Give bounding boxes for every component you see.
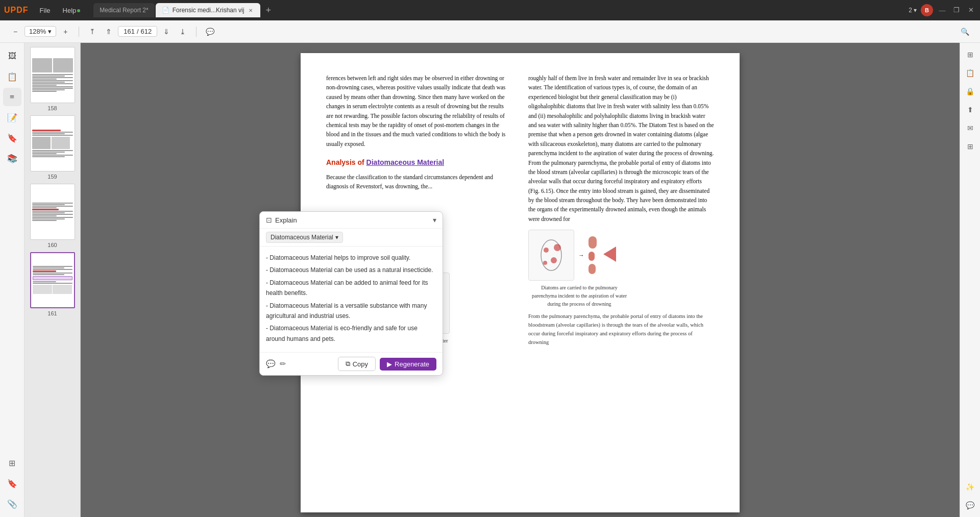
thumbnail-161-image	[30, 252, 75, 308]
thumbnail-161[interactable]: 161	[30, 252, 75, 316]
tab-medical-report-label: Medical Report 2*	[100, 7, 148, 14]
toolbar: − 128% ▾ + ⤒ ⇑ 161 / 612 ⇓ ⤓ 💬 🔍	[0, 20, 980, 43]
bullet-1: - Diatomaceous Material helps to improve…	[266, 253, 436, 263]
left-sidebar: 🖼 📋 ≡ 📝 🔖 📚 ⊞ 🔖 📎	[0, 43, 24, 517]
tab-forensic-label: Forensic medi...Krishan vij	[173, 7, 244, 14]
right-sidebar-icon-2[interactable]: 📋	[963, 65, 978, 81]
section-heading-highlight: Diatomaceous Material	[366, 158, 445, 166]
window-controls: 2 ▾ B — ❐ ✕	[909, 4, 976, 16]
search-button[interactable]: 🔍	[958, 24, 972, 39]
figure-right: → Diatoms are carried to the pulmonary p…	[528, 230, 714, 308]
copy-label: Copy	[353, 360, 368, 368]
right-sidebar-icon-1[interactable]: ⊞	[963, 47, 978, 62]
sidebar-icon-layers[interactable]: ⊞	[3, 454, 21, 472]
thumbnail-160[interactable]: 160	[30, 184, 75, 248]
ai-popup: ⊡ Explain ▾ Diatomaceous Material ▾ - Di…	[259, 211, 443, 376]
svg-marker-12	[603, 247, 616, 262]
document-area[interactable]: ferences between left and right sides ma…	[81, 43, 960, 517]
thumbnail-158-image	[30, 47, 75, 103]
copy-icon: ⧉	[346, 360, 350, 368]
regenerate-label: Regenerate	[395, 360, 429, 368]
ai-popup-content: - Diatomaceous Material helps to improve…	[260, 247, 443, 352]
ai-comment-icon[interactable]: 💬	[266, 359, 276, 368]
menu-bar: File Help	[35, 5, 86, 16]
thumbnail-158-label: 158	[47, 105, 57, 111]
toolbar-separator-2	[196, 27, 197, 37]
close-button[interactable]: ✕	[966, 5, 976, 15]
bullet-3: - Diatomaceous Material can be added to …	[266, 278, 436, 299]
nav-first-button[interactable]: ⤒	[85, 24, 100, 39]
main-layout: 🖼 📋 ≡ 📝 🔖 📚 ⊞ 🔖 📎	[0, 43, 980, 517]
zoom-controls: − 128% ▾ +	[8, 24, 72, 39]
ai-popup-footer: 💬 ✏ ⧉ Copy ▶ Regenerate	[260, 352, 443, 375]
right-sidebar-icon-6[interactable]: ⊞	[963, 139, 978, 154]
tab-close-icon[interactable]: ✕	[247, 7, 254, 14]
section-heading: Analysis of Diatomaceous Material	[326, 157, 512, 168]
right-sidebar-icon-comment[interactable]: 💬	[963, 498, 978, 513]
sidebar-icon-search2[interactable]: 🔖	[3, 129, 21, 147]
svg-point-11	[543, 261, 547, 265]
minimize-button[interactable]: —	[937, 5, 947, 15]
right-sidebar: ⊞ 📋 🔒 ⬆ ✉ ⊞ ✨ 💬	[960, 43, 980, 517]
maximize-button[interactable]: ❐	[951, 5, 962, 15]
ai-tag-close[interactable]: ▾	[335, 234, 338, 241]
ai-popup-title-label: Explain	[275, 216, 297, 224]
sidebar-icon-bookmark2[interactable]: 🔖	[3, 474, 21, 493]
svg-point-9	[554, 244, 561, 251]
bullet-5: - Diatomaceous Material is eco-friendly …	[266, 323, 436, 344]
doc-col1-text1: ferences between left and right sides ma…	[326, 73, 512, 149]
user-avatar[interactable]: B	[921, 4, 933, 16]
titlebar: UPDF File Help Medical Report 2* 📄 Foren…	[0, 0, 980, 20]
menu-help[interactable]: Help	[58, 5, 86, 16]
right-sidebar-icon-4[interactable]: ⬆	[963, 102, 978, 117]
tab-add-button[interactable]: +	[261, 5, 275, 16]
help-dot	[77, 9, 80, 12]
ai-popup-header: ⊡ Explain ▾	[260, 212, 443, 229]
bullet-2: - Diatomaceous Material can be used as a…	[266, 265, 436, 275]
copy-button[interactable]: ⧉ Copy	[338, 357, 376, 371]
svg-point-10	[551, 257, 557, 263]
regenerate-button[interactable]: ▶ Regenerate	[380, 358, 436, 371]
sidebar-icon-pages[interactable]: ≡	[3, 88, 21, 106]
page-display[interactable]: 161 / 612	[118, 26, 157, 37]
right-sidebar-icon-5[interactable]: ✉	[963, 120, 978, 136]
ai-tag-label: Diatomaceous Material	[271, 234, 333, 241]
ai-edit-icon[interactable]: ✏	[280, 359, 286, 368]
doc-col2-text2: From the pulmonary parenchyma, the proba…	[528, 312, 714, 347]
explain-icon: ⊡	[266, 216, 272, 224]
ai-popup-title: ⊡ Explain	[266, 216, 297, 224]
ai-tag-pill[interactable]: Diatomaceous Material ▾	[266, 232, 343, 243]
thumbnail-160-image	[30, 184, 75, 240]
thumbnail-159[interactable]: 159	[30, 115, 75, 180]
comment-button[interactable]: 💬	[203, 24, 217, 39]
doc-col1-text2: Because the classification to the standa…	[326, 173, 512, 191]
ai-popup-dropdown-button[interactable]: ▾	[433, 216, 436, 224]
ai-popup-tag-row: Diatomaceous Material ▾	[260, 229, 443, 247]
sidebar-icon-thumbnail[interactable]: 🖼	[3, 47, 21, 65]
thumbnail-158[interactable]: 158	[30, 47, 75, 111]
thumbnail-159-image	[30, 115, 75, 171]
zoom-in-button[interactable]: +	[58, 24, 72, 39]
tab-forensic-medi[interactable]: 📄 Forensic medi...Krishan vij ✕	[156, 3, 261, 17]
sidebar-icon-attachment[interactable]: 📎	[3, 495, 21, 513]
nav-next-button[interactable]: ⇓	[159, 24, 174, 39]
tab-icon: 📄	[162, 7, 169, 14]
doc-col2-text1: roughly half of them live in fresh water…	[528, 73, 714, 224]
regenerate-icon: ▶	[387, 360, 392, 368]
thumbnail-panel: 158	[24, 43, 81, 517]
right-sidebar-icon-3[interactable]: 🔒	[963, 84, 978, 99]
toolbar-separator-1	[79, 27, 79, 37]
version-badge: 2 ▾	[909, 7, 917, 14]
menu-file[interactable]: File	[35, 5, 56, 16]
sidebar-icon-library[interactable]: 📚	[3, 149, 21, 167]
nav-prev-button[interactable]: ⇑	[102, 24, 116, 39]
nav-last-button[interactable]: ⤓	[176, 24, 190, 39]
right-sidebar-icon-bottom[interactable]: ✨	[963, 479, 978, 495]
tab-medical-report[interactable]: Medical Report 2*	[93, 3, 154, 17]
zoom-level-display[interactable]: 128% ▾	[24, 26, 56, 37]
thumbnail-161-label: 161	[47, 310, 57, 316]
zoom-out-button[interactable]: −	[8, 24, 22, 39]
sidebar-icon-edit[interactable]: 📝	[3, 108, 21, 127]
sidebar-icon-bookmark[interactable]: 📋	[3, 67, 21, 86]
app-logo: UPDF	[4, 6, 29, 15]
